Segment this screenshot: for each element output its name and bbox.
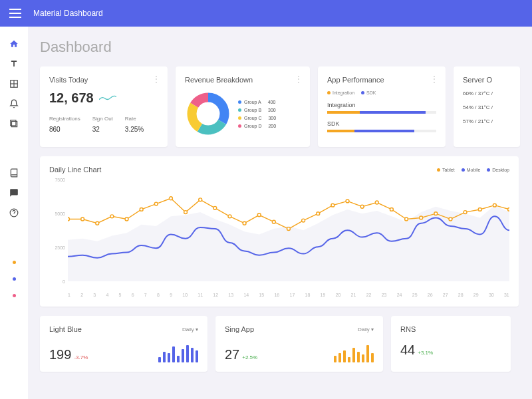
page-title: Dashboard	[40, 39, 532, 56]
svg-point-11	[81, 217, 84, 221]
svg-point-34	[420, 216, 423, 219]
svg-point-37	[464, 211, 467, 214]
svg-point-16	[154, 202, 158, 205]
svg-point-10	[68, 217, 69, 221]
sidebar-library[interactable]	[9, 168, 19, 178]
perf-row-integration: Integration	[327, 102, 436, 114]
visits-stat: Registrations860	[49, 115, 80, 134]
sidebar-home[interactable]	[9, 39, 19, 49]
card-title: Server O	[463, 76, 511, 84]
daily-line-chart-card: Daily Line Chart Tablet Mobile Desktop 7…	[40, 156, 519, 307]
svg-point-20	[213, 206, 217, 209]
server-row: 54% / 31°C /	[463, 104, 511, 110]
svg-point-35	[434, 212, 438, 215]
svg-point-26	[302, 219, 305, 222]
visits-stat: Rate3.25%	[125, 115, 144, 134]
svg-point-38	[478, 207, 481, 211]
visits-stat: Sign Out32	[92, 115, 113, 134]
performance-legend: Integration SDK	[327, 90, 436, 95]
card-title: RNS	[400, 325, 416, 333]
sidebar-support[interactable]	[9, 188, 19, 198]
revenue-legend: Group A 400 Group B 300 Group C 300 Grou…	[238, 100, 276, 128]
server-card: Server O 60% / 37°C / 54% / 31°C / 57% /…	[454, 66, 520, 147]
visits-value: 12, 678	[49, 90, 158, 106]
svg-point-13	[110, 215, 114, 218]
metric-value: 199-3.7%	[49, 347, 88, 362]
chart-title: Daily Line Chart	[49, 166, 101, 174]
menu-toggle-button[interactable]	[9, 9, 21, 18]
sidebar-dot-pink[interactable]	[13, 294, 16, 297]
card-title: App Performance	[327, 76, 436, 84]
svg-point-18	[184, 211, 188, 214]
card-title: Sing App	[225, 325, 254, 333]
svg-point-32	[390, 207, 393, 211]
metric-value: 44+3.1%	[400, 342, 433, 358]
app-title: Material Dashboard	[33, 9, 103, 18]
sidebar-ui-elements[interactable]	[9, 118, 19, 129]
server-row: 60% / 37°C /	[463, 90, 511, 96]
card-menu-icon[interactable]: ⋮	[430, 74, 438, 84]
svg-point-21	[228, 215, 231, 218]
card-menu-icon[interactable]: ⋮	[152, 74, 160, 84]
bar-sparkline	[334, 342, 374, 362]
sidebar-dot-orange[interactable]	[13, 261, 16, 264]
svg-point-19	[199, 198, 202, 201]
svg-point-29	[346, 200, 349, 203]
svg-point-36	[449, 217, 452, 221]
revenue-card: Revenue Breakdown ⋮ Group A 400 Group B …	[176, 66, 310, 147]
card-menu-icon[interactable]: ⋮	[295, 74, 302, 84]
svg-point-22	[243, 221, 246, 225]
svg-point-28	[331, 203, 334, 207]
perf-row-sdk: SDK	[327, 120, 436, 132]
light-blue-card: Light Blue Daily ▾ 199-3.7%	[40, 316, 207, 372]
sidebar-typography[interactable]	[9, 59, 19, 69]
app-header: Material Dashboard	[0, 0, 532, 27]
performance-card: App Performance ⋮ Integration SDK Integr…	[318, 66, 446, 147]
card-title: Light Blue	[49, 325, 82, 333]
rns-card: RNS 44+3.1%	[391, 316, 511, 372]
server-row: 57% / 21°C /	[463, 118, 511, 124]
svg-point-40	[508, 207, 509, 211]
svg-point-33	[405, 217, 408, 221]
dropdown-daily[interactable]: Daily ▾	[182, 327, 198, 332]
sidebar	[0, 27, 28, 399]
sidebar-notifications[interactable]	[9, 98, 19, 109]
sidebar-dot-blue[interactable]	[13, 277, 16, 281]
visits-card: Visits Today ⋮ 12, 678 Registrations860 …	[40, 66, 168, 147]
bar-sparkline	[158, 342, 198, 362]
sidebar-faq[interactable]	[9, 207, 19, 218]
card-title: Visits Today	[49, 76, 158, 84]
donut-chart	[185, 90, 231, 137]
metric-value: 27+2.5%	[225, 347, 257, 362]
svg-point-25	[287, 227, 291, 231]
card-title: Revenue Breakdown	[185, 76, 301, 84]
svg-point-17	[169, 197, 172, 200]
sidebar-tables[interactable]	[9, 78, 19, 89]
svg-point-15	[140, 207, 143, 211]
svg-point-39	[493, 203, 496, 207]
sing-app-card: Sing App Daily ▾ 27+2.5%	[215, 316, 383, 372]
svg-point-14	[125, 217, 128, 221]
dropdown-daily[interactable]: Daily ▾	[358, 327, 374, 332]
svg-point-12	[96, 221, 99, 225]
sparkline-icon	[99, 94, 116, 102]
chart-legend: Tablet Mobile Desktop	[437, 168, 509, 172]
svg-point-30	[360, 205, 364, 208]
line-chart: 7500500025000 12345678910111213141516171…	[49, 178, 509, 297]
svg-point-24	[272, 220, 275, 223]
svg-point-31	[375, 201, 378, 204]
svg-point-23	[257, 213, 261, 217]
svg-point-27	[317, 212, 320, 215]
main-content: Dashboard Visits Today ⋮ 12, 678 Registr…	[28, 27, 532, 399]
